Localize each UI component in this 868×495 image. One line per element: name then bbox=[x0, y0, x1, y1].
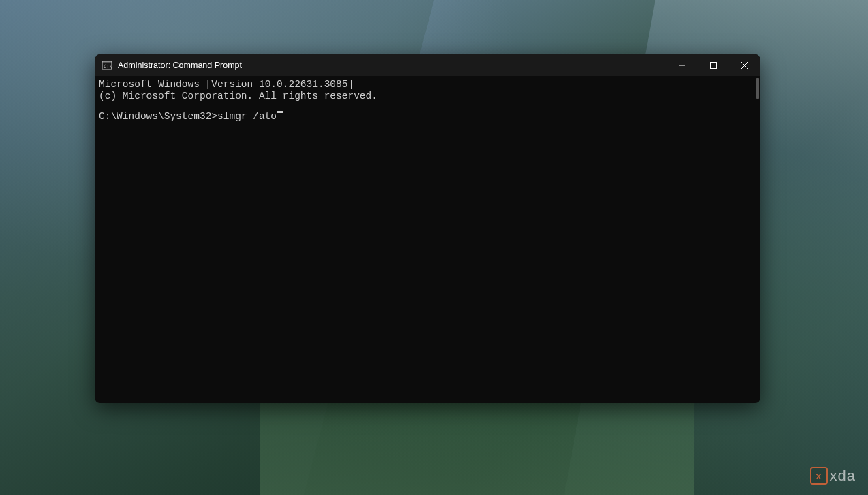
terminal-output-version: Microsoft Windows [Version 10.0.22631.30… bbox=[99, 79, 756, 91]
minimize-icon bbox=[679, 62, 685, 69]
titlebar-left: C:\ Administrator: Command Prompt bbox=[95, 60, 242, 71]
close-icon bbox=[741, 62, 748, 69]
window-title: Administrator: Command Prompt bbox=[118, 61, 242, 70]
terminal-scrollbar[interactable] bbox=[756, 78, 759, 99]
svg-rect-4 bbox=[711, 63, 717, 69]
svg-text:C:\: C:\ bbox=[104, 64, 112, 69]
window-titlebar[interactable]: C:\ Administrator: Command Prompt bbox=[95, 54, 760, 76]
cmd-icon: C:\ bbox=[102, 60, 112, 71]
svg-rect-1 bbox=[102, 61, 112, 63]
maximize-icon bbox=[710, 62, 717, 69]
close-button[interactable] bbox=[729, 54, 760, 76]
terminal-output-copyright: (c) Microsoft Corporation. All rights re… bbox=[99, 91, 756, 102]
terminal-cursor bbox=[277, 111, 283, 113]
terminal-command-input[interactable]: slmgr /ato bbox=[217, 111, 277, 123]
terminal-content-area[interactable]: Microsoft Windows [Version 10.0.22631.30… bbox=[95, 76, 760, 403]
xda-logo-icon: x bbox=[810, 467, 828, 485]
xda-logo-text: xda bbox=[830, 467, 856, 485]
command-prompt-window: C:\ Administrator: Command Prompt bbox=[95, 54, 760, 403]
window-controls bbox=[666, 54, 760, 76]
xda-watermark: x xda bbox=[810, 467, 856, 485]
terminal-prompt: C:\Windows\System32> bbox=[99, 111, 217, 123]
maximize-button[interactable] bbox=[698, 54, 729, 76]
terminal-prompt-line: C:\Windows\System32>slmgr /ato bbox=[99, 111, 756, 123]
minimize-button[interactable] bbox=[666, 54, 698, 76]
